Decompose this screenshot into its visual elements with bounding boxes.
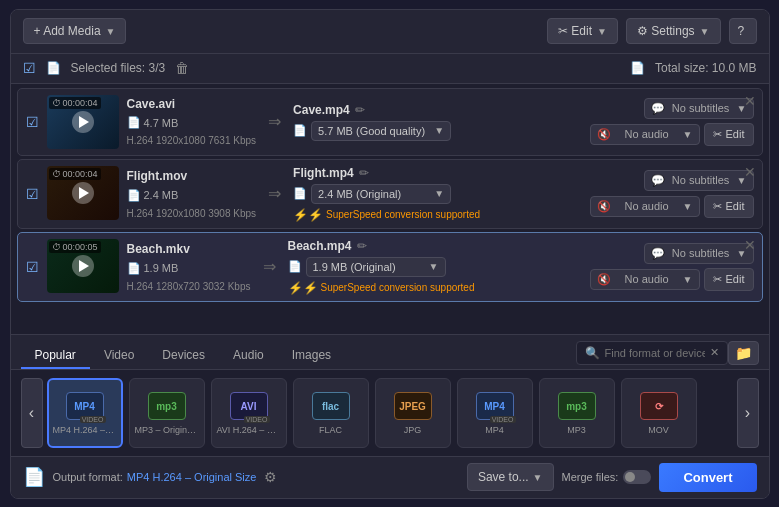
tab-video[interactable]: Video bbox=[90, 343, 148, 369]
convert-arrow-3: ⇒ bbox=[259, 257, 280, 276]
edit-pencil-1[interactable]: ✏ bbox=[355, 103, 365, 117]
total-size-label: Total size: 10.0 MB bbox=[655, 61, 756, 75]
output-section-3: Beach.mp4 ✏ 📄 1.9 MB (Original) ▼ ⚡⚡ Sup… bbox=[288, 239, 582, 295]
delete-icon[interactable]: 🗑 bbox=[175, 60, 189, 76]
tab-devices[interactable]: Devices bbox=[148, 343, 219, 369]
jpg-icon: JPEG bbox=[393, 390, 433, 422]
edit-pencil-2[interactable]: ✏ bbox=[359, 166, 369, 180]
file-name-1: Cave.avi bbox=[127, 97, 257, 111]
file-out-icon-1: 📄 bbox=[293, 124, 307, 137]
prev-format-button[interactable]: ‹ bbox=[21, 378, 43, 448]
format-card-avi-orig[interactable]: AVI VIDEO AVI H.264 – Orig... bbox=[211, 378, 287, 448]
format-search-input[interactable] bbox=[605, 347, 705, 359]
file-size-2: 📄 2.4 MB bbox=[127, 189, 257, 202]
format-grid: MP4 VIDEO MP4 H.264 – Orig... mp3 MP3 – … bbox=[47, 378, 733, 448]
file-info-3: Beach.mkv 📄 1.9 MB H.264 1280x720 3032 K… bbox=[127, 239, 251, 295]
help-button[interactable]: ? bbox=[729, 18, 757, 44]
format-card-label-2: AVI H.264 – Orig... bbox=[213, 425, 285, 435]
save-to-label: Save to... bbox=[478, 470, 529, 484]
output-name-text-2: Flight.mp4 bbox=[293, 166, 354, 180]
format-select-3[interactable]: 1.9 MB (Original) ▼ bbox=[306, 257, 446, 277]
file-thumbnail-3[interactable]: ⏱00:00:05 bbox=[47, 239, 119, 293]
edit-button-3[interactable]: ✂ Edit bbox=[704, 268, 754, 291]
format-card-label-0: MP4 H.264 – Orig... bbox=[49, 425, 121, 435]
file-checkbox-1[interactable]: ☑ bbox=[26, 114, 39, 130]
format-card-jpg[interactable]: JPEG JPG bbox=[375, 378, 451, 448]
select-all-checkbox[interactable]: ☑ bbox=[23, 60, 36, 76]
folder-icon-button[interactable]: 📁 bbox=[728, 341, 759, 365]
edit-pencil-3[interactable]: ✏ bbox=[357, 239, 367, 253]
tab-images[interactable]: Images bbox=[278, 343, 345, 369]
edit-button-1[interactable]: ✂ Edit bbox=[704, 123, 754, 146]
settings-button[interactable]: ⚙ Settings ▼ bbox=[626, 18, 721, 44]
format-grid-container: ‹ MP4 VIDEO MP4 H.264 – Orig... mp3 MP3 … bbox=[11, 370, 769, 456]
file-checkbox-2[interactable]: ☑ bbox=[26, 186, 39, 202]
format-select-1[interactable]: 5.7 MB (Good quality) ▼ bbox=[311, 121, 451, 141]
close-button-2[interactable]: ✕ bbox=[744, 164, 756, 180]
format-card-label-1: MP3 – Original Bitr... bbox=[131, 425, 203, 435]
next-format-button[interactable]: › bbox=[737, 378, 759, 448]
play-icon-2 bbox=[79, 187, 89, 199]
format-card-flac[interactable]: flac FLAC bbox=[293, 378, 369, 448]
close-button-3[interactable]: ✕ bbox=[744, 237, 756, 253]
format-card-mp3-orig[interactable]: mp3 MP3 – Original Bitr... bbox=[129, 378, 205, 448]
file-thumbnail-2[interactable]: ⏱00:00:04 bbox=[47, 166, 119, 220]
audio-select-3[interactable]: 🔇 No audio ▼ bbox=[590, 269, 700, 290]
merge-toggle[interactable] bbox=[623, 470, 651, 484]
file-size-1: 📄 4.7 MB bbox=[127, 116, 257, 129]
format-card-mp4v[interactable]: MP4 VIDEO MP4 bbox=[457, 378, 533, 448]
help-label: ? bbox=[738, 24, 745, 38]
subtitle-select-3[interactable]: 💬 No subtitles ▼ bbox=[644, 243, 754, 264]
subtitle-select-1[interactable]: 💬 No subtitles ▼ bbox=[644, 98, 754, 119]
save-to-button[interactable]: Save to... ▼ bbox=[467, 463, 554, 491]
play-icon-1 bbox=[79, 116, 89, 128]
toolbar: + Add Media ▼ ✂ Edit ▼ ⚙ Settings ▼ ? bbox=[11, 10, 769, 54]
tab-audio[interactable]: Audio bbox=[219, 343, 278, 369]
flac-icon: flac bbox=[311, 390, 351, 422]
audio-select-1[interactable]: 🔇 No audio ▼ bbox=[590, 124, 700, 145]
edit-button-2[interactable]: ✂ Edit bbox=[704, 195, 754, 218]
audio-chevron-1: ▼ bbox=[683, 129, 693, 140]
play-button-1[interactable] bbox=[72, 111, 94, 133]
scissors-icon-1: ✂ bbox=[713, 128, 722, 141]
format-card-label-4: JPG bbox=[400, 425, 426, 435]
right-controls-2: 💬 No subtitles ▼ 🔇 No audio ▼ ✂ Edit bbox=[590, 166, 754, 222]
tab-popular[interactable]: Popular bbox=[21, 343, 90, 369]
convert-button[interactable]: Convert bbox=[659, 463, 756, 492]
right-controls-1: 💬 No subtitles ▼ 🔇 No audio ▼ ✂ Edit bbox=[590, 95, 754, 149]
format-search-box[interactable]: 🔍 ✕ bbox=[576, 341, 728, 365]
edit-button[interactable]: ✂ Edit ▼ bbox=[547, 18, 618, 44]
format-card-mp3v[interactable]: mp3 MP3 bbox=[539, 378, 615, 448]
file-icon-2: 📄 bbox=[127, 189, 141, 202]
search-icon: 🔍 bbox=[585, 346, 600, 360]
superspeed-icon-3: ⚡⚡ bbox=[288, 281, 318, 295]
file-icon-small: 📄 bbox=[46, 61, 61, 75]
file-thumbnail-1[interactable]: ⏱00:00:04 bbox=[47, 95, 119, 149]
output-settings-button[interactable]: ⚙ bbox=[264, 469, 277, 485]
selected-files-label: Selected files: 3/3 bbox=[71, 61, 166, 75]
scissors-icon-3: ✂ bbox=[713, 273, 722, 286]
file-checkbox-3[interactable]: ☑ bbox=[26, 259, 39, 275]
audio-row-2: 🔇 No audio ▼ ✂ Edit bbox=[590, 195, 754, 218]
audio-row-3: 🔇 No audio ▼ ✂ Edit bbox=[590, 268, 754, 291]
sub-icon-3: 💬 bbox=[651, 247, 665, 260]
audio-icon-1: 🔇 bbox=[597, 128, 611, 141]
format-card-mov[interactable]: ⟳ MOV bbox=[621, 378, 697, 448]
format-select-2[interactable]: 2.4 MB (Original) ▼ bbox=[311, 184, 451, 204]
file-icon-1: 📄 bbox=[127, 116, 141, 129]
add-media-button[interactable]: + Add Media ▼ bbox=[23, 18, 127, 44]
duration-badge-3: ⏱00:00:05 bbox=[49, 241, 101, 253]
file-out-icon-3: 📄 bbox=[288, 260, 302, 273]
subtitle-select-2[interactable]: 💬 No subtitles ▼ bbox=[644, 170, 754, 191]
clear-search-icon[interactable]: ✕ bbox=[710, 346, 719, 359]
file-icon-3: 📄 bbox=[127, 262, 141, 275]
superspeed-icon-2: ⚡⚡ bbox=[293, 208, 323, 222]
add-media-label: + Add Media bbox=[34, 24, 101, 38]
close-button-1[interactable]: ✕ bbox=[744, 93, 756, 109]
format-card-mp4-orig[interactable]: MP4 VIDEO MP4 H.264 – Orig... bbox=[47, 378, 123, 448]
play-button-2[interactable] bbox=[72, 182, 94, 204]
audio-chevron-3: ▼ bbox=[683, 274, 693, 285]
audio-icon-2: 🔇 bbox=[597, 200, 611, 213]
play-button-3[interactable] bbox=[72, 255, 94, 277]
audio-select-2[interactable]: 🔇 No audio ▼ bbox=[590, 196, 700, 217]
